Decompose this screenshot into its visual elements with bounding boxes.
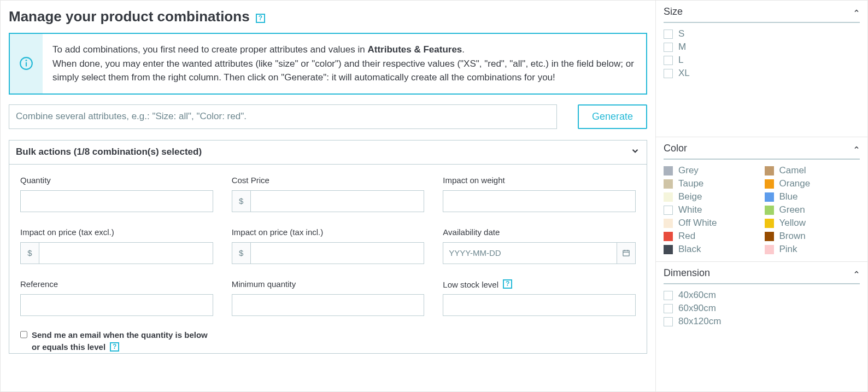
combination-input[interactable] bbox=[9, 104, 557, 129]
attr-group-dimension: Dimension 40x60cm 60x90cm 80x120cm bbox=[656, 262, 867, 334]
impact-price-incl-label: Impact on price (tax incl.) bbox=[232, 227, 425, 237]
generate-button[interactable]: Generate bbox=[578, 104, 647, 129]
option-label: M bbox=[678, 42, 686, 52]
option-label: Grey bbox=[678, 165, 699, 176]
color-option[interactable]: Red bbox=[664, 230, 759, 243]
color-option[interactable]: Pink bbox=[765, 243, 860, 256]
color-swatch-icon bbox=[664, 166, 673, 175]
color-swatch-icon bbox=[664, 206, 673, 215]
divider bbox=[664, 283, 860, 284]
availability-date-field: Availability date bbox=[443, 227, 636, 264]
option-label: Orange bbox=[779, 178, 811, 189]
currency-prefix: $ bbox=[20, 242, 39, 264]
color-option[interactable]: Blue bbox=[765, 190, 860, 203]
color-option[interactable]: Orange bbox=[765, 177, 860, 190]
impact-weight-input[interactable] bbox=[443, 190, 636, 212]
impact-price-excl-field: Impact on price (tax excl.) $ bbox=[20, 227, 213, 264]
quantity-input[interactable] bbox=[20, 190, 213, 212]
dimension-title: Dimension bbox=[664, 267, 710, 279]
cost-price-label: Cost Price bbox=[232, 175, 425, 185]
cost-price-input[interactable] bbox=[250, 190, 425, 212]
color-swatch-icon bbox=[664, 219, 673, 228]
attr-header-dimension[interactable]: Dimension bbox=[656, 262, 867, 283]
reference-field: Reference bbox=[20, 279, 213, 317]
checkbox-icon bbox=[664, 56, 673, 65]
checkbox-icon bbox=[664, 30, 673, 39]
currency-prefix: $ bbox=[232, 190, 250, 212]
size-option[interactable]: L bbox=[664, 54, 860, 67]
reference-input[interactable] bbox=[20, 294, 213, 316]
color-swatch-icon bbox=[664, 179, 673, 189]
color-swatch-icon bbox=[765, 166, 774, 175]
availability-date-label: Availability date bbox=[443, 227, 636, 237]
color-option[interactable]: Green bbox=[765, 203, 860, 217]
option-label: Off White bbox=[678, 218, 717, 229]
option-label: Red bbox=[678, 231, 695, 242]
color-option[interactable]: White bbox=[664, 203, 759, 217]
low-stock-label-text: Low stock level bbox=[443, 279, 498, 289]
help-icon[interactable]: ? bbox=[503, 279, 512, 289]
page-title-text: Manage your product combinations bbox=[9, 8, 250, 25]
low-stock-field: Low stock level ? bbox=[443, 279, 636, 317]
option-label: XL bbox=[678, 68, 690, 79]
checkbox-icon bbox=[664, 291, 673, 300]
email-alert-checkbox[interactable] bbox=[20, 331, 27, 338]
dimension-option[interactable]: 40x60cm bbox=[664, 289, 860, 302]
option-label: Taupe bbox=[678, 178, 703, 189]
calendar-icon[interactable] bbox=[617, 242, 636, 264]
size-option[interactable]: M bbox=[664, 40, 860, 54]
impact-weight-label: Impact on weight bbox=[443, 175, 636, 185]
color-options: GreyTaupeBeigeWhiteOff WhiteRedBlack Cam… bbox=[656, 164, 867, 261]
page-title: Manage your product combinations ? bbox=[9, 8, 647, 25]
size-option[interactable]: S bbox=[664, 27, 860, 40]
impact-price-excl-input[interactable] bbox=[39, 242, 213, 264]
color-option[interactable]: Brown bbox=[765, 230, 860, 243]
option-label: Blue bbox=[779, 191, 798, 202]
attr-group-color: Color GreyTaupeBeigeWhiteOff WhiteRedBla… bbox=[656, 137, 867, 262]
size-option[interactable]: XL bbox=[664, 67, 860, 80]
attribute-sidebar: Size S M L XL Color GreyTaupeBeigeWhiteO… bbox=[656, 0, 868, 392]
option-label: Black bbox=[678, 244, 701, 255]
color-swatch-icon bbox=[765, 245, 774, 254]
color-option[interactable]: Beige bbox=[664, 190, 759, 203]
color-swatch-icon bbox=[765, 219, 774, 228]
quantity-field: Quantity bbox=[20, 175, 213, 212]
main-panel: Manage your product combinations ? To ad… bbox=[0, 0, 656, 392]
info-msg-bold: Attributes & Features bbox=[367, 44, 462, 55]
email-alert-label: Send me an email when the quantity is be… bbox=[32, 329, 217, 353]
impact-price-incl-input[interactable] bbox=[250, 242, 425, 264]
chevron-up-icon bbox=[853, 8, 860, 16]
option-label: Pink bbox=[779, 244, 797, 255]
info-msg-rest: When done, you may enter the wanted attr… bbox=[52, 58, 634, 83]
color-title: Color bbox=[664, 143, 687, 154]
color-option[interactable]: Taupe bbox=[664, 177, 759, 190]
help-icon[interactable]: ? bbox=[256, 14, 265, 23]
color-option[interactable]: Yellow bbox=[765, 217, 860, 230]
color-swatch-icon bbox=[765, 179, 774, 189]
color-option[interactable]: Grey bbox=[664, 164, 759, 177]
low-stock-label: Low stock level ? bbox=[443, 279, 636, 289]
info-message: To add combinations, you first need to c… bbox=[43, 34, 646, 93]
svg-point-2 bbox=[26, 60, 26, 61]
low-stock-input[interactable] bbox=[443, 294, 636, 316]
color-swatch-icon bbox=[664, 192, 673, 202]
option-label: Camel bbox=[779, 165, 806, 176]
impact-weight-field: Impact on weight bbox=[443, 175, 636, 212]
dimension-option[interactable]: 60x90cm bbox=[664, 302, 860, 315]
option-label: Beige bbox=[678, 191, 702, 202]
info-msg-suffix: . bbox=[462, 44, 465, 55]
attr-header-color[interactable]: Color bbox=[656, 137, 867, 159]
availability-date-input[interactable] bbox=[443, 242, 617, 264]
bulk-actions-header[interactable]: Bulk actions (1/8 combination(s) selecte… bbox=[9, 141, 647, 165]
color-option[interactable]: Camel bbox=[765, 164, 860, 177]
min-quantity-input[interactable] bbox=[232, 294, 425, 316]
dimension-option[interactable]: 80x120cm bbox=[664, 315, 860, 328]
color-option[interactable]: Black bbox=[664, 243, 759, 256]
color-option[interactable]: Off White bbox=[664, 217, 759, 230]
help-icon[interactable]: ? bbox=[110, 342, 119, 352]
reference-label: Reference bbox=[20, 279, 213, 289]
divider bbox=[664, 22, 860, 23]
checkbox-icon bbox=[664, 69, 673, 78]
option-label: White bbox=[678, 204, 702, 215]
attr-header-size[interactable]: Size bbox=[656, 1, 867, 22]
